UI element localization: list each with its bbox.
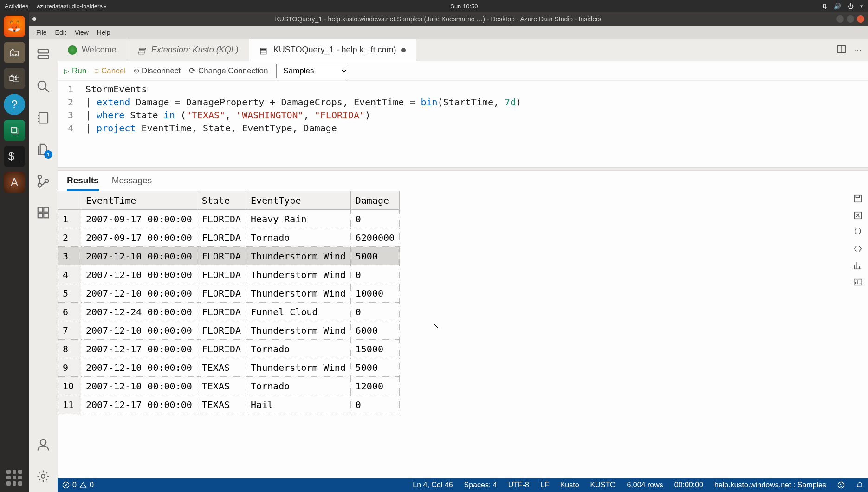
row-number-header[interactable] xyxy=(58,191,81,210)
column-header[interactable]: EventType xyxy=(246,191,351,210)
row-number-cell[interactable]: 3 xyxy=(58,247,81,265)
tab-welcome[interactable]: Welcome xyxy=(58,39,127,61)
table-cell[interactable]: TEXAS xyxy=(197,358,246,377)
table-cell[interactable]: Funnel Cloud xyxy=(246,303,351,321)
table-row[interactable]: 112007-12-17 00:00:00TEXASHail0 xyxy=(58,395,400,414)
dock-software[interactable]: 🛍 xyxy=(4,68,25,89)
change-connection-button[interactable]: Change Connection xyxy=(189,66,268,76)
table-cell[interactable]: 6200000 xyxy=(350,228,399,247)
activity-notebooks-icon[interactable] xyxy=(36,110,51,125)
table-cell[interactable]: FLORIDA xyxy=(197,284,246,303)
window-maximize-button[interactable] xyxy=(847,15,854,23)
table-cell[interactable]: Hail xyxy=(246,395,351,414)
pane-splitter[interactable] xyxy=(58,167,868,171)
table-cell[interactable]: FLORIDA xyxy=(197,303,246,321)
activity-settings-icon[interactable] xyxy=(36,469,51,484)
row-number-cell[interactable]: 9 xyxy=(58,358,81,377)
table-cell[interactable]: 5000 xyxy=(350,247,399,265)
column-header[interactable]: EventTime xyxy=(81,191,197,210)
tab-kustoquery[interactable]: ▤ KUSTOQuery_1 - help.k...ft.com) xyxy=(249,39,416,61)
table-cell[interactable]: FLORIDA xyxy=(197,247,246,265)
table-cell[interactable]: FLORIDA xyxy=(197,265,246,284)
table-cell[interactable]: Thunderstorm Wind xyxy=(246,247,351,265)
activity-extensions-icon[interactable] xyxy=(36,205,51,220)
table-cell[interactable]: 10000 xyxy=(350,284,399,303)
dock-show-apps[interactable] xyxy=(4,467,25,488)
table-cell[interactable]: Tornado xyxy=(246,377,351,395)
row-number-cell[interactable]: 1 xyxy=(58,210,81,228)
dock-terminal[interactable]: $_ xyxy=(4,146,25,167)
table-row[interactable]: 72007-12-10 00:00:00FLORIDAThunderstorm … xyxy=(58,321,400,340)
table-cell[interactable]: 2007-12-10 00:00:00 xyxy=(81,265,197,284)
table-cell[interactable]: FLORIDA xyxy=(197,321,246,340)
activity-source-control-icon[interactable] xyxy=(36,174,51,188)
status-cursor[interactable]: Ln 4, Col 46 xyxy=(413,481,453,489)
activity-servers-icon[interactable] xyxy=(36,47,51,62)
table-row[interactable]: 12007-09-17 00:00:00FLORIDAHeavy Rain0 xyxy=(58,210,400,228)
table-cell[interactable]: TEXAS xyxy=(197,395,246,414)
power-icon[interactable]: ⏻ xyxy=(848,3,854,10)
status-elapsed[interactable]: 00:00:00 xyxy=(674,481,703,489)
table-row[interactable]: 62007-12-24 00:00:00FLORIDAFunnel Cloud0 xyxy=(58,303,400,321)
table-cell[interactable]: Tornado xyxy=(246,228,351,247)
table-cell[interactable]: Thunderstorm Wind xyxy=(246,321,351,340)
tab-extension-kusto[interactable]: ▤ Extension: Kusto (KQL) xyxy=(127,39,249,61)
status-server[interactable]: help.kusto.windows.net : Samples xyxy=(714,481,826,489)
table-cell[interactable]: 0 xyxy=(350,265,399,284)
row-number-cell[interactable]: 11 xyxy=(58,395,81,414)
table-row[interactable]: 22007-09-17 00:00:00FLORIDATornado620000… xyxy=(58,228,400,247)
results-tab[interactable]: Results xyxy=(67,175,99,191)
table-cell[interactable]: 0 xyxy=(350,395,399,414)
window-minimize-button[interactable] xyxy=(836,15,844,23)
table-cell[interactable]: 12000 xyxy=(350,377,399,395)
activity-explorer-icon[interactable]: 1 xyxy=(36,142,51,157)
table-cell[interactable]: 2007-09-17 00:00:00 xyxy=(81,210,197,228)
menu-view[interactable]: View xyxy=(71,28,92,37)
status-bell-icon[interactable] xyxy=(856,481,863,489)
dock-azure-data-studio[interactable]: ⧉ xyxy=(4,120,25,141)
table-cell[interactable]: FLORIDA xyxy=(197,340,246,358)
row-number-cell[interactable]: 6 xyxy=(58,303,81,321)
table-cell[interactable]: Heavy Rain xyxy=(246,210,351,228)
table-cell[interactable]: Tornado xyxy=(246,340,351,358)
status-encoding[interactable]: UTF-8 xyxy=(508,481,529,489)
table-cell[interactable]: 2007-12-10 00:00:00 xyxy=(81,247,197,265)
dropdown-icon[interactable]: ▾ xyxy=(860,3,863,10)
table-cell[interactable]: 0 xyxy=(350,210,399,228)
table-cell[interactable]: Thunderstorm Wind xyxy=(246,265,351,284)
dock-files[interactable]: 🗂 xyxy=(4,42,25,63)
table-row[interactable]: 32007-12-10 00:00:00FLORIDAThunderstorm … xyxy=(58,247,400,265)
database-select[interactable]: Samples xyxy=(276,64,348,78)
table-cell[interactable]: 2007-12-17 00:00:00 xyxy=(81,395,197,414)
status-problems[interactable]: 0 0 xyxy=(62,481,94,489)
column-header[interactable]: Damage xyxy=(350,191,399,210)
run-button[interactable]: Run xyxy=(64,66,86,76)
table-cell[interactable]: 2007-12-24 00:00:00 xyxy=(81,303,197,321)
dock-updater[interactable]: A xyxy=(4,172,25,193)
table-cell[interactable]: 2007-12-10 00:00:00 xyxy=(81,377,197,395)
network-icon[interactable]: ⇅ xyxy=(822,3,827,10)
table-cell[interactable]: 2007-12-10 00:00:00 xyxy=(81,321,197,340)
table-cell[interactable]: 2007-12-10 00:00:00 xyxy=(81,284,197,303)
table-row[interactable]: 82007-12-17 00:00:00FLORIDATornado15000 xyxy=(58,340,400,358)
split-editor-icon[interactable] xyxy=(836,44,847,56)
row-number-cell[interactable]: 10 xyxy=(58,377,81,395)
menu-help[interactable]: Help xyxy=(93,28,114,37)
status-language[interactable]: Kusto xyxy=(560,481,579,489)
table-cell[interactable]: 2007-12-17 00:00:00 xyxy=(81,340,197,358)
table-row[interactable]: 42007-12-10 00:00:00FLORIDAThunderstorm … xyxy=(58,265,400,284)
table-cell[interactable]: 0 xyxy=(350,303,399,321)
menu-file[interactable]: File xyxy=(32,28,51,37)
table-cell[interactable]: 15000 xyxy=(350,340,399,358)
cancel-button[interactable]: Cancel xyxy=(95,66,126,76)
app-menu[interactable]: azuredatastudio-insiders xyxy=(37,3,106,10)
table-cell[interactable]: FLORIDA xyxy=(197,210,246,228)
save-json-icon[interactable] xyxy=(853,227,863,239)
table-row[interactable]: 92007-12-10 00:00:00TEXASThunderstorm Wi… xyxy=(58,358,400,377)
results-grid[interactable]: EventTimeStateEventTypeDamage 12007-09-1… xyxy=(58,191,400,478)
status-eol[interactable]: LF xyxy=(540,481,549,489)
activities-button[interactable]: Activities xyxy=(5,3,28,10)
more-actions-icon[interactable]: ⋯ xyxy=(854,45,862,54)
table-row[interactable]: 102007-12-10 00:00:00TEXASTornado12000 xyxy=(58,377,400,395)
chart-icon[interactable] xyxy=(853,260,863,272)
